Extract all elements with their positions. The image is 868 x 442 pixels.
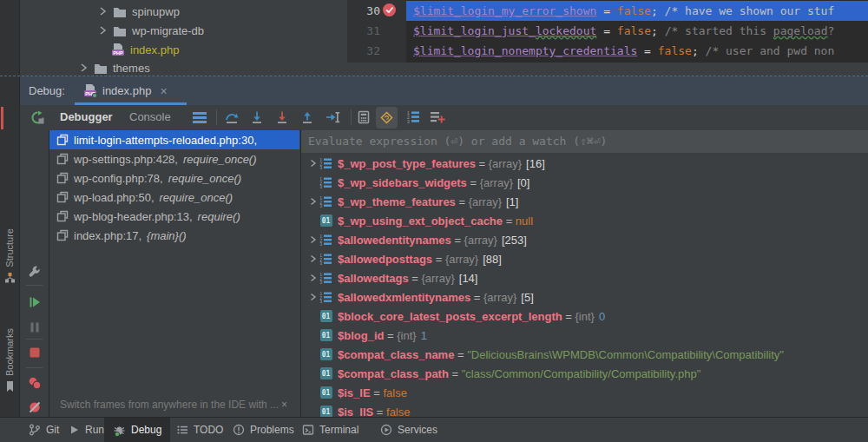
variable-name: $compat_class_name	[338, 348, 454, 361]
wrench-icon[interactable]	[28, 265, 42, 279]
debug-session-tab[interactable]: PHP index.php ×	[75, 76, 187, 105]
folder-icon	[94, 63, 108, 74]
tab-debugger[interactable]: Debugger	[60, 105, 113, 129]
tree-item-wp-migrate-db[interactable]: wp-migrate-db	[97, 21, 204, 40]
diamond-toggle-icon[interactable]	[376, 107, 398, 129]
line-number[interactable]: 31	[366, 22, 380, 40]
chevron-right-icon[interactable]	[306, 235, 319, 244]
code-editor[interactable]: $limit_login_my_error_shown = false; /* …	[406, 0, 868, 63]
chevron-right-icon[interactable]	[97, 6, 108, 16]
variable-name: $allowedposttags	[338, 253, 432, 266]
evaluate-expression-input[interactable]: Evaluate expression (⏎) or add a watch (…	[301, 130, 868, 154]
tree-item-spinupwp[interactable]: spinupwp	[97, 2, 180, 21]
variable-row[interactable]: 123 $allowedtags = {array}[14]	[301, 268, 868, 287]
structure-icon	[4, 272, 16, 283]
variable-row[interactable]: 01 $is_IE = false	[301, 383, 868, 402]
statusbar-item-todo[interactable]: TODO	[168, 418, 232, 442]
statusbar-item-services[interactable]: Services	[372, 418, 446, 442]
numbered-list-icon[interactable]: 123	[406, 110, 420, 124]
frame-row[interactable]: wp-blog-header.php:13, require()	[49, 207, 299, 226]
chevron-right-icon[interactable]	[306, 159, 319, 168]
mute-breakpoints-icon[interactable]	[28, 400, 42, 414]
variable-value: [5]	[521, 291, 533, 304]
frame-row[interactable]: wp-load.php:50, require_once()	[49, 188, 299, 207]
code-line-31: $limit_login_just_lockedout = false; /* …	[406, 21, 868, 41]
sidebar-item-structure[interactable]: Structure	[0, 228, 19, 283]
variable-row[interactable]: 123 $_wp_sidebars_widgets = {array}[0]	[301, 173, 868, 192]
variable-name: $_wp_sidebars_widgets	[338, 176, 467, 189]
pause-icon[interactable]	[28, 320, 42, 334]
variable-name: $compat_class_path	[338, 367, 449, 380]
variable-row[interactable]: 01 $blog_id = {int}1	[301, 326, 868, 345]
variable-row[interactable]: 123 $allowedxmlentitynames = {array}[5]	[301, 287, 868, 307]
chevron-right-icon[interactable]	[97, 25, 108, 36]
variable-row[interactable]: 01 $is_IIS = false	[301, 402, 868, 417]
variable-row[interactable]: 123 $allowedentitynames = {array}[253]	[301, 230, 868, 249]
sidebar-item-bookmarks[interactable]: Bookmarks	[0, 328, 19, 393]
frame-row[interactable]: wp-config.php:78, require_once()	[49, 168, 299, 188]
step-out-icon[interactable]	[300, 110, 314, 125]
statusbar-item-terminal[interactable]: Terminal	[293, 418, 367, 442]
problems-icon	[233, 424, 245, 436]
variable-row[interactable]: 01 $compat_class_name = "DeliciousBrains…	[301, 345, 868, 364]
frame-file: wp-load.php:50,	[74, 191, 155, 204]
chevron-right-icon[interactable]	[306, 293, 319, 301]
tree-item-label: index.php	[130, 43, 179, 56]
frame-file: limit-login-attempts-reloaded.php:30,	[74, 134, 257, 147]
menu-icon[interactable]	[192, 110, 207, 124]
add-watch-icon[interactable]	[430, 110, 445, 124]
variable-row[interactable]: 123 $_wp_post_type_features = {array}[16…	[301, 154, 868, 173]
variable-name: $is_IIS	[338, 406, 373, 418]
line-number[interactable]: 30	[366, 2, 380, 20]
frames-panel: limit-login-attempts-reloaded.php:30, wp…	[49, 130, 299, 417]
frame-row[interactable]: wp-settings.php:428, require_once()	[49, 149, 299, 168]
step-into-icon[interactable]	[250, 110, 264, 125]
terminal-icon	[302, 424, 314, 436]
php-file-icon: PHP	[83, 83, 97, 98]
primitive-icon: 01	[319, 214, 332, 227]
frames-icon	[56, 134, 69, 146]
array-icon: 123	[319, 253, 332, 266]
stop-icon[interactable]	[28, 346, 42, 360]
breakpoint-icon[interactable]	[383, 3, 396, 16]
frame-row-selected[interactable]: limit-login-attempts-reloaded.php:30,	[49, 130, 299, 149]
variable-row[interactable]: 123 $_wp_theme_features = {array}[1]	[301, 192, 868, 211]
tree-item-index-php[interactable]: PHP index.php	[111, 40, 179, 59]
variable-row[interactable]: 01 $block_core_latest_posts_excerpt_leng…	[301, 307, 868, 326]
editor-gutter: 30 31 32	[347, 0, 406, 63]
frames-icon	[56, 210, 69, 222]
chevron-right-icon[interactable]	[306, 274, 319, 282]
line-number[interactable]: 32	[366, 42, 380, 60]
rerun-icon[interactable]	[30, 110, 45, 125]
run-to-cursor-icon[interactable]	[326, 110, 341, 125]
variable-name: $blog_id	[338, 329, 384, 342]
resume-icon[interactable]	[28, 295, 42, 309]
step-over-icon[interactable]	[225, 110, 240, 125]
close-icon[interactable]: ×	[281, 399, 287, 411]
status-bar: Git Run Debug TODO Problems Terminal Ser…	[0, 417, 868, 442]
run-play-icon	[68, 424, 80, 436]
frames-icon	[56, 172, 69, 184]
chevron-right-icon[interactable]	[78, 63, 89, 73]
statusbar-item-problems[interactable]: Problems	[224, 418, 303, 442]
frame-row[interactable]: index.php:17, {main}()	[49, 226, 299, 245]
tree-item-themes[interactable]: themes	[78, 58, 150, 76]
variable-row[interactable]: 01 $compat_class_path = "class/Common/Co…	[301, 364, 868, 383]
todo-list-icon	[176, 424, 188, 436]
variable-row[interactable]: 123 $allowedposttags = {array}[88]	[301, 249, 868, 268]
variable-name: $_wp_theme_features	[338, 195, 456, 208]
tab-console[interactable]: Console	[129, 105, 171, 129]
php-file-icon: PHP	[111, 43, 125, 56]
close-icon[interactable]: ×	[160, 84, 167, 98]
view-breakpoints-icon[interactable]	[28, 376, 43, 391]
statusbar-item-debug[interactable]: Debug	[104, 418, 170, 442]
chevron-right-icon[interactable]	[306, 254, 319, 263]
svg-text:3: 3	[320, 242, 323, 247]
variable-value: [0]	[517, 176, 529, 189]
variable-row[interactable]: 01 $_wp_using_ext_object_cache = null	[301, 211, 868, 230]
toolbar-separator	[26, 339, 43, 340]
toolbar-separator	[216, 109, 217, 125]
force-step-into-icon[interactable]	[275, 110, 289, 125]
chevron-right-icon[interactable]	[306, 197, 319, 206]
evaluate-expression-icon[interactable]	[357, 110, 371, 125]
